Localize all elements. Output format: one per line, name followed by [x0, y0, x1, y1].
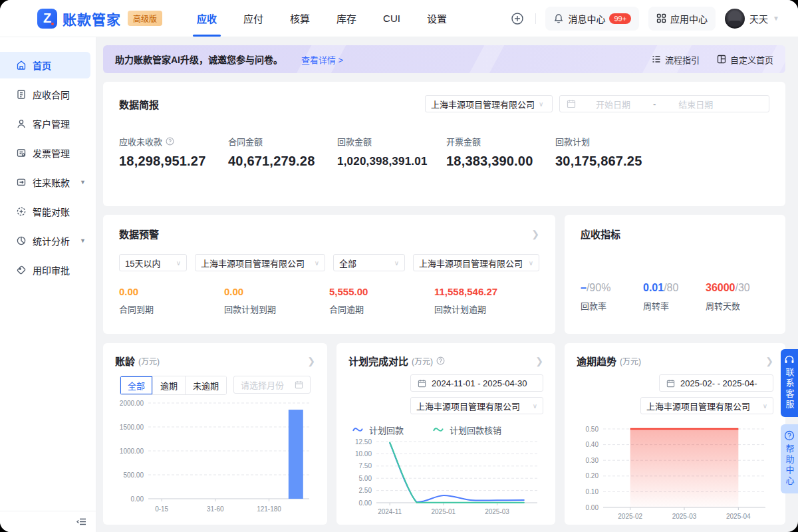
- warning-scope-select[interactable]: 全部∨: [333, 254, 405, 271]
- plan-line-chart[interactable]: 0.002.505.007.5010.0012.502024-112025-01…: [348, 438, 543, 521]
- chevron-right-icon[interactable]: ❯: [531, 229, 539, 239]
- sidebar-item-home[interactable]: 首页: [0, 52, 90, 78]
- svg-text:0.30: 0.30: [586, 457, 599, 464]
- svg-text:2025-03: 2025-03: [672, 513, 697, 520]
- nav-tab-settings[interactable]: 设置: [427, 0, 447, 37]
- sidebar-item-smart-reconcile[interactable]: 智能对账: [0, 198, 90, 225]
- nav-tab-cui[interactable]: CUI: [383, 0, 400, 37]
- calendar-icon: [666, 379, 675, 388]
- indicator-turnover-rate: 0.01/80 周转率: [643, 282, 706, 312]
- nav-tab-accounting[interactable]: 核算: [290, 0, 310, 37]
- sidebar-item-label: 应收合同: [33, 88, 70, 101]
- legend-plan-repayment[interactable]: 计划回款: [352, 424, 404, 436]
- metric-unreceived: 应收未收款 18,298,951.27: [119, 135, 228, 169]
- sidebar-item-label: 首页: [33, 59, 51, 72]
- tab-all[interactable]: 全部: [120, 376, 153, 394]
- warning-company-select-2[interactable]: 上海丰源项目管理有限公司∨: [413, 254, 539, 271]
- help-icon[interactable]: [166, 137, 174, 146]
- svg-text:121-180: 121-180: [257, 505, 281, 513]
- chevron-down-icon: ▼: [80, 179, 86, 186]
- sidebar-item-statistics[interactable]: 统计分析 ▼: [0, 227, 90, 254]
- aging-title: 账龄: [115, 354, 135, 368]
- overdue-area-chart[interactable]: 0.000.100.200.300.400.502025-022025-0320…: [577, 422, 773, 525]
- company-select[interactable]: 上海丰源项目管理有限公司∨: [425, 95, 553, 112]
- warning-days-select[interactable]: 15天以内∨: [119, 254, 187, 271]
- add-circle-icon[interactable]: [509, 10, 526, 27]
- banner-text: 助力账款管家AI升级，诚邀您参与问卷。: [115, 53, 283, 66]
- aging-chart-card: 账龄 (万元) ❯ 全部 逾期 未逾期 请选择月份 0.00500.001000: [103, 343, 327, 525]
- app-logo: Z 账款管家 高级版: [0, 9, 162, 29]
- warning-company-select-1[interactable]: 上海丰源项目管理有限公司∨: [195, 254, 325, 271]
- sidebar-item-current-accounts[interactable]: 往来账款 ▼: [0, 169, 90, 196]
- user-name: 天天: [749, 12, 768, 25]
- sidebar-item-invoices[interactable]: 发票管理: [0, 140, 90, 166]
- svg-text:0.10: 0.10: [586, 488, 599, 495]
- plan-company-select[interactable]: 上海丰源项目管理有限公司∨: [410, 397, 543, 414]
- topbar-divider: [535, 13, 536, 24]
- list-icon: [652, 55, 661, 64]
- grid-icon: [656, 13, 666, 23]
- svg-text:12.50: 12.50: [355, 438, 372, 446]
- legend-plan-writeoff[interactable]: 计划回款核销: [433, 424, 501, 436]
- sidebar-item-receivable-contracts[interactable]: 应收合同: [0, 81, 90, 108]
- chevron-down-icon: ▼: [80, 237, 86, 244]
- stats-icon: [16, 235, 27, 246]
- month-picker[interactable]: 请选择月份: [233, 376, 311, 394]
- overdue-date-range[interactable]: 2025-02- - 2025-04-: [659, 374, 773, 392]
- aging-bar-chart[interactable]: 0.00500.001000.001500.002000.000-1531-60…: [115, 396, 315, 519]
- user-avatar: [725, 9, 745, 29]
- help-center-button[interactable]: 帮助中心: [781, 424, 798, 493]
- sidebar-item-label: 往来账款: [33, 176, 70, 189]
- app-center-button[interactable]: 应用中心: [648, 7, 716, 31]
- bell-icon: [553, 13, 564, 24]
- message-center-button[interactable]: 消息中心 99+: [545, 7, 639, 31]
- data-brief-title: 数据简报: [119, 97, 159, 111]
- svg-text:0.00: 0.00: [359, 499, 372, 507]
- user-menu[interactable]: 天天 ▼: [725, 9, 779, 29]
- process-guide-button[interactable]: 流程指引: [652, 53, 700, 66]
- help-icon[interactable]: [436, 356, 445, 365]
- calendar-icon: [295, 380, 303, 389]
- svg-text:500.00: 500.00: [123, 471, 144, 479]
- layout-icon: [717, 55, 726, 64]
- customize-home-button[interactable]: 自定义首页: [717, 53, 773, 66]
- metric-repayment-amount: 回款金额 1,020,398,391.01: [337, 135, 446, 169]
- brief-metrics: 应收未收款 18,298,951.27 合同金额 40,671,279.28 回…: [119, 135, 769, 169]
- indicators-title: 应收指标: [581, 227, 620, 241]
- metric-invoice-amount: 开票金额 18,383,390.00: [446, 135, 555, 169]
- data-warning-card: 数据预警 ❯ 15天以内∨ 上海丰源项目管理有限公司∨ 全部∨ 上海丰源项目管理…: [103, 215, 555, 334]
- app-title: 账款管家: [63, 9, 121, 29]
- nav-tab-payable[interactable]: 应付: [243, 0, 263, 37]
- sidebar-item-customers[interactable]: 客户管理: [0, 110, 90, 137]
- nav-tab-receivable[interactable]: 应收: [197, 0, 217, 37]
- warning-plan-due: 0.00 回款计划到期: [224, 286, 329, 315]
- overdue-company-select[interactable]: 上海丰源项目管理有限公司∨: [640, 397, 773, 414]
- promo-banner: 助力账款管家AI升级，诚邀您参与问卷。 查看详情 > 流程指引 自定义首页: [103, 45, 785, 73]
- date-range-picker[interactable]: 开始日期 - 结束日期: [559, 95, 769, 112]
- collapse-sidebar-icon[interactable]: [76, 517, 86, 526]
- invoice-icon: [16, 148, 27, 158]
- svg-text:5.00: 5.00: [359, 475, 372, 482]
- sidebar: 首页 应收合同 客户管理 发票管理 往来账款 ▼ 智能对账 统计分析 ▼: [0, 37, 96, 532]
- chevron-right-icon[interactable]: ❯: [765, 356, 773, 366]
- chevron-right-icon[interactable]: ❯: [307, 356, 315, 366]
- banner-detail-link[interactable]: 查看详情 >: [301, 53, 343, 66]
- message-center-label: 消息中心: [568, 12, 605, 25]
- wave-icon: [433, 427, 444, 433]
- svg-text:2025-04: 2025-04: [726, 513, 751, 520]
- plan-date-range[interactable]: 2024-11-01 - 2025-04-30: [410, 374, 543, 392]
- svg-text:2025-01: 2025-01: [431, 508, 456, 515]
- contact-support-button[interactable]: 联系客服: [781, 349, 798, 417]
- plan-title: 计划完成对比: [348, 354, 408, 368]
- customer-icon: [16, 118, 27, 129]
- app-window: Z 账款管家 高级版 应收 应付 核算 库存 CUI 设置 消息中心 99+: [0, 0, 798, 532]
- sidebar-item-seal-approval[interactable]: 用印审批: [0, 257, 90, 283]
- nav-tab-inventory[interactable]: 库存: [336, 0, 356, 37]
- tab-not-overdue[interactable]: 未逾期: [186, 376, 226, 394]
- overdue-title: 逾期趋势: [577, 354, 616, 368]
- svg-text:7.50: 7.50: [359, 462, 372, 469]
- chevron-right-icon[interactable]: ❯: [535, 356, 543, 366]
- tab-overdue[interactable]: 逾期: [153, 376, 186, 394]
- svg-text:2000.00: 2000.00: [120, 400, 144, 407]
- chevron-down-icon: ∨: [539, 100, 543, 108]
